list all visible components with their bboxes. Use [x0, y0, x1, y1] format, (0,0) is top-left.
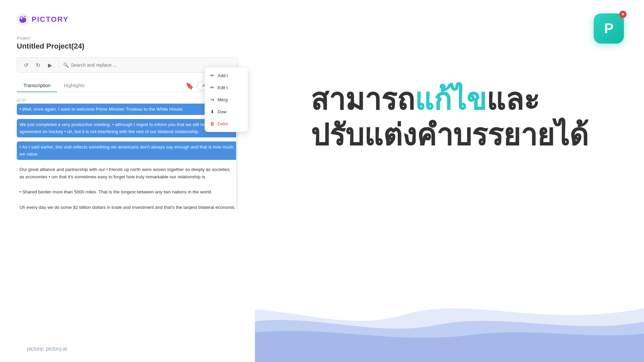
thai-highlight: แก้ไข — [415, 83, 486, 116]
thai-part1: สามารถ — [311, 83, 415, 116]
context-menu-merge[interactable]: ⇒ Merg — [205, 94, 248, 106]
edit-icon: ✏ — [210, 85, 215, 90]
context-menu-download[interactable]: ⬇ Dow — [205, 106, 248, 118]
thai-text-container: สามารถแก้ไขและ ปรับแต่งคำบรรยายได้ — [297, 68, 602, 166]
thai-line2: ปรับแต่งคำบรรยายได้ — [311, 117, 588, 153]
redo-button[interactable]: ↻ — [33, 60, 43, 70]
tabs-left: Transcription Highlights — [17, 79, 91, 92]
merge-icon: ⇒ — [210, 97, 215, 102]
edit-label: Edit t — [218, 85, 228, 90]
bookmark-button[interactable]: 🔖 — [185, 82, 194, 90]
project-label: Project — [17, 36, 238, 41]
context-menu-edit[interactable]: ✏ Edit t — [205, 81, 248, 94]
footer-watermark: picture: pictory.ai — [27, 346, 67, 352]
logo-area: PICTORY — [17, 13, 238, 25]
logo-text: PICTORY — [32, 15, 69, 24]
tab-transcription[interactable]: Transcription — [17, 79, 57, 92]
delete-icon: 🗑 — [210, 121, 215, 126]
toolbar-divider — [59, 62, 59, 68]
delete-label: Delet — [218, 121, 228, 126]
text-block-3[interactable]: Our great alliance and partnership with … — [17, 164, 238, 182]
merge-label: Merg — [218, 97, 228, 102]
add-icon: ✏ — [210, 73, 215, 78]
text-block-4[interactable]: • Shared border more than 5000 miles. Th… — [17, 186, 238, 198]
popup-logo[interactable]: P ✕ — [594, 13, 624, 44]
text-block-5[interactable]: Uh every day we do some $2 billion dolla… — [17, 202, 238, 209]
svg-point-3 — [20, 17, 22, 19]
right-panel: สามารถแก้ไขและ ปรับแต่งคำบรรยายได้ — [255, 0, 644, 235]
left-panel: PICTORY Project Untitled Project(24) ↺ ↻… — [0, 0, 255, 362]
tab-highlights[interactable]: Highlights — [57, 79, 91, 92]
text-block-2[interactable]: • As I said earlier, this visit reflects… — [17, 141, 238, 160]
pictory-logo-icon — [17, 13, 29, 25]
forward-button[interactable]: ▶ — [45, 60, 55, 70]
project-title: Untitled Project(24) — [17, 42, 238, 51]
add-label: Add t — [218, 73, 228, 78]
download-icon: ⬇ — [210, 109, 215, 114]
context-menu-add[interactable]: ✏ Add t — [205, 69, 248, 81]
context-menu: ✏ Add t ✏ Edit t ⇒ Merg ⬇ Dow 🗑 Delet — [205, 67, 248, 132]
download-label: Dow — [218, 109, 226, 114]
popup-logo-letter: P — [604, 20, 613, 37]
search-icon: 🔍 — [63, 62, 69, 68]
context-menu-delete[interactable]: 🗑 Delet — [205, 118, 248, 130]
thai-part2: และ — [486, 83, 539, 116]
popup-close-button[interactable]: ✕ — [619, 11, 627, 18]
undo-button[interactable]: ↺ — [21, 60, 31, 70]
thai-line1: สามารถแก้ไขและ — [311, 82, 588, 117]
